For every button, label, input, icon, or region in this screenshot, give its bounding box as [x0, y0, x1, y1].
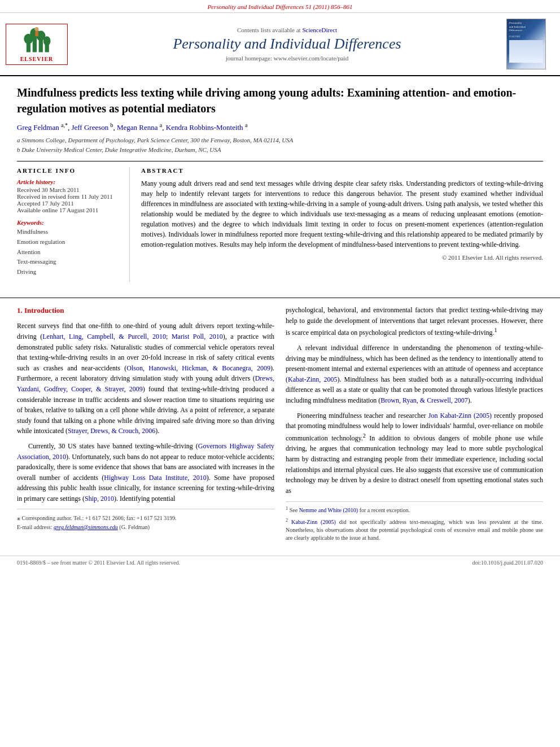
corresponding-author-note: ⁎ Corresponding author. Tel.: +1 617 521… [17, 509, 274, 532]
journal-title-area: Contents lists available at ScienceDirec… [73, 27, 501, 62]
body-left-column: 1. Introduction Recent surveys find that… [17, 305, 274, 544]
elsevier-label: ELSEVIER [20, 56, 54, 62]
journal-citation-bar: Personality and Individual Differences 5… [0, 0, 560, 13]
intro-para1: Recent surveys find that one-fifth to on… [17, 321, 274, 436]
svg-rect-1 [33, 37, 37, 52]
abstract-text: Many young adult drivers read and send t… [141, 178, 543, 250]
abstract-panel: ABSTRACT Many young adult drivers read a… [141, 167, 543, 282]
cite-ghsa[interactable]: Governors Highway Safety Association, 20… [17, 442, 274, 461]
history-label: Article history: [17, 178, 121, 185]
bottom-bar: 0191-8869/$ – see front matter © 2011 El… [0, 556, 560, 569]
footnote-area: 1 See Nemme and White (2010) for a recen… [286, 501, 543, 542]
elsevier-logo: ELSEVIER [6, 24, 68, 65]
journal-name: Personality and Individual Differences [73, 36, 501, 53]
affiliation-b: b Duke University Medical Center, Duke I… [17, 145, 543, 155]
author-name-paren: (G. Feldman) [119, 524, 150, 530]
cite-olson[interactable]: Olson, Hanowski, Hickman, & Bocanegra, 2… [126, 364, 270, 372]
footnote2: 2 Kabat-Zinn (2005) did not specifically… [286, 517, 543, 542]
journal-homepage: journal homepage: www.elsevier.com/locat… [73, 55, 501, 62]
footnote1: 1 See Nemme and White (2010) for a recen… [286, 505, 543, 514]
cite-drews[interactable]: Drews, Yazdani, Godfrey, Cooper, & Stray… [17, 374, 274, 393]
cite-strayer[interactable]: Strayer, Drews, & Crouch, 2006 [68, 427, 155, 435]
sciencedirect-info: Contents lists available at ScienceDirec… [73, 27, 501, 33]
right-para3: Pioneering mindfulness teacher and resea… [286, 410, 543, 496]
cite-kabat1[interactable]: Kabat-Zinn, 2005 [288, 375, 337, 383]
section-divider [0, 298, 560, 298]
affiliations: a Simmons College, Department of Psychol… [17, 136, 543, 154]
keyword-texting: Text-messaging [17, 257, 121, 267]
revised-date: Received in revised form 11 July 2011 [17, 193, 121, 200]
content-area: Mindfulness predicts less texting while … [0, 76, 560, 291]
keyword-mindfulness: Mindfulness [17, 227, 121, 237]
article-info-panel: ARTICLE INFO Article history: Received 3… [17, 167, 130, 282]
authors-line: Greg Feldman a,*, Jeff Greeson b, Megan … [17, 122, 543, 132]
article-info-heading: ARTICLE INFO [17, 167, 121, 174]
right-para1: psychological, behavioral, and environme… [286, 305, 543, 338]
cite-hldi[interactable]: Highway Loss Data Institute, 2010 [104, 474, 206, 482]
article-title: Mindfulness predicts less texting while … [17, 85, 543, 116]
author-email[interactable]: greg.feldman@simmons.edu [54, 524, 118, 530]
page: Personality and Individual Differences 5… [0, 0, 560, 747]
corresponding-text: ⁎ Corresponding author. Tel.: +1 617 521… [17, 513, 274, 523]
keywords-label: Keywords: [17, 219, 121, 226]
email-line: E-mail address: greg.feldman@simmons.edu… [17, 523, 274, 532]
section1-title: 1. Introduction [17, 305, 274, 316]
body-right-column: psychological, behavioral, and environme… [286, 305, 543, 544]
keyword-driving: Driving [17, 267, 121, 277]
copyright-notice: © 2011 Elsevier Ltd. All rights reserved… [141, 254, 543, 261]
svg-point-7 [43, 36, 51, 45]
cite-kabat2[interactable]: Jon Kabat-Zinn (2005) [428, 412, 492, 420]
cite-kabat3[interactable]: Kabat-Zinn (2005) [291, 519, 336, 525]
svg-point-8 [34, 27, 38, 30]
keyword-attention: Attention [17, 247, 121, 257]
cover-image: Personalityand IndividualDifferences ELS… [506, 19, 546, 69]
svg-rect-3 [45, 44, 49, 52]
affiliation-a: a Simmons College, Department of Psychol… [17, 136, 543, 145]
email-label: E-mail address: [17, 524, 52, 530]
svg-rect-9 [35, 31, 38, 36]
doi-info: doi:10.1016/j.paid.2011.07.020 [473, 560, 543, 566]
available-date: Available online 17 August 2011 [17, 207, 121, 213]
elsevier-tree-icon [20, 27, 54, 55]
cite-lenhart[interactable]: Lenhart, Ling, Campbell, & Purcell, 2010 [42, 333, 166, 340]
svg-rect-2 [39, 39, 43, 52]
cite-marist[interactable]: Marist Poll, 2010 [172, 333, 223, 340]
body-content: 1. Introduction Recent surveys find that… [0, 305, 560, 556]
sciencedirect-link[interactable]: ScienceDirect [302, 27, 337, 33]
cite-brown[interactable]: Brown, Ryan, & Creswell, 2007 [380, 396, 468, 404]
info-abstract-section: ARTICLE INFO Article history: Received 3… [17, 161, 543, 282]
received-date: Received 30 March 2011 [17, 186, 121, 193]
intro-para2: Currently, 30 US states have banned text… [17, 441, 274, 504]
keywords-list: Mindfulness Emotion regulation Attention… [17, 227, 121, 277]
journal-citation: Personality and Individual Differences 5… [207, 3, 352, 10]
abstract-heading: ABSTRACT [141, 167, 543, 174]
cite-nemme[interactable]: Nemme and White (2010) [299, 508, 358, 514]
journal-cover-thumbnail: Personalityand IndividualDifferences ELS… [506, 19, 549, 69]
right-para2: A relevant individual difference in unde… [286, 343, 543, 406]
keyword-emotion: Emotion regulation [17, 237, 121, 247]
keywords-section: Keywords: Mindfulness Emotion regulation… [17, 219, 121, 277]
article-history: Article history: Received 30 March 2011 … [17, 178, 121, 213]
author-greg: Greg Feldman a,*, Jeff Greeson b, Megan … [17, 123, 247, 132]
corresponding-star: ⁎ [17, 514, 20, 522]
journal-header: ELSEVIER Contents lists available at Sci… [0, 13, 560, 76]
accepted-date: Accepted 17 July 2011 [17, 200, 121, 207]
cite-ship[interactable]: Ship, 2010 [85, 495, 114, 503]
issn-info: 0191-8869/$ – see front matter © 2011 El… [17, 560, 180, 566]
